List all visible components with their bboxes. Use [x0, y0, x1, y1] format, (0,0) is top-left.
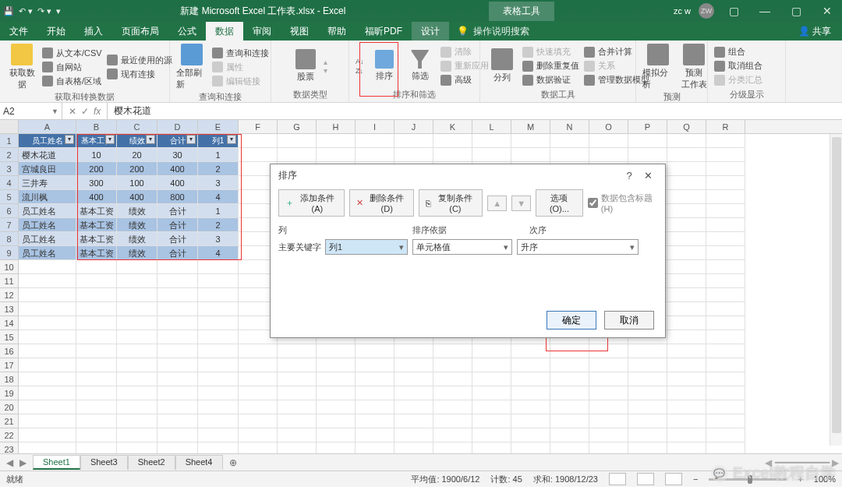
maximize-icon[interactable]: ▢: [784, 5, 808, 17]
cell[interactable]: [667, 344, 706, 358]
cell[interactable]: [76, 260, 117, 274]
refresh-all-button[interactable]: 全部刷新: [176, 44, 207, 90]
column-header[interactable]: J: [394, 120, 433, 133]
cell[interactable]: [157, 372, 198, 386]
cell[interactable]: [76, 414, 117, 428]
cell[interactable]: 基本工资: [76, 232, 117, 246]
column-header[interactable]: L: [472, 120, 511, 133]
tab-数据[interactable]: 数据: [206, 22, 243, 41]
column-header[interactable]: H: [317, 120, 356, 133]
cell[interactable]: [19, 288, 76, 302]
tab-文件[interactable]: 文件: [0, 22, 37, 41]
cell[interactable]: [511, 344, 550, 358]
cell[interactable]: [157, 386, 198, 400]
cell[interactable]: [198, 260, 239, 274]
cell[interactable]: [239, 148, 278, 162]
cell[interactable]: [628, 134, 667, 148]
cell[interactable]: [117, 316, 157, 330]
cell[interactable]: [550, 414, 589, 428]
cell[interactable]: 20: [117, 148, 157, 162]
cell[interactable]: [511, 442, 550, 453]
row-header[interactable]: 3: [0, 162, 19, 176]
cell[interactable]: 4: [198, 190, 239, 204]
cell[interactable]: [356, 358, 394, 372]
cell[interactable]: [550, 344, 589, 358]
cell[interactable]: 2: [198, 218, 239, 232]
close-icon[interactable]: ✕: [815, 5, 839, 17]
cell[interactable]: [356, 344, 394, 358]
cell[interactable]: [117, 260, 157, 274]
column-header[interactable]: Q: [667, 120, 706, 133]
cell[interactable]: 基本工资: [76, 218, 117, 232]
cell[interactable]: 3: [198, 176, 239, 190]
cell[interactable]: [117, 414, 157, 428]
cell[interactable]: [706, 358, 745, 372]
cell[interactable]: [76, 344, 117, 358]
sort-button[interactable]: 排序: [369, 44, 400, 88]
cell[interactable]: [706, 372, 745, 386]
cell[interactable]: [76, 302, 117, 316]
forecast-sheet-button[interactable]: 预测 工作表: [678, 44, 709, 90]
cell[interactable]: [394, 442, 433, 453]
cell[interactable]: [511, 148, 550, 162]
dialog-close-icon[interactable]: ✕: [639, 170, 657, 182]
cell[interactable]: [278, 344, 317, 358]
cell[interactable]: [511, 372, 550, 386]
whatif-button[interactable]: 模拟分析: [642, 44, 674, 90]
row-header[interactable]: 20: [0, 400, 19, 414]
cell[interactable]: [628, 358, 667, 372]
cell[interactable]: [278, 372, 317, 386]
row-header[interactable]: 9: [0, 246, 19, 260]
cell[interactable]: [511, 358, 550, 372]
cell[interactable]: [117, 344, 157, 358]
row-header[interactable]: 5: [0, 190, 19, 204]
cell[interactable]: [706, 442, 745, 453]
cell[interactable]: [667, 358, 706, 372]
cell[interactable]: [198, 442, 239, 453]
edit-links-button[interactable]: 编辑链接: [212, 76, 269, 87]
cell[interactable]: [317, 442, 356, 453]
cell[interactable]: [278, 386, 317, 400]
row-header[interactable]: 13: [0, 302, 19, 316]
cell[interactable]: [706, 316, 745, 330]
cell[interactable]: [472, 442, 511, 453]
sheet-tab[interactable]: Sheet4: [175, 455, 223, 470]
row-header[interactable]: 23: [0, 442, 19, 453]
column-header[interactable]: D: [157, 120, 198, 133]
data-validation-button[interactable]: 数据验证: [522, 74, 579, 86]
sheet-tab[interactable]: Sheet3: [80, 455, 128, 470]
cell[interactable]: 3: [198, 232, 239, 246]
cell[interactable]: 合计: [157, 218, 198, 232]
cell[interactable]: [19, 428, 76, 442]
cell[interactable]: [198, 288, 239, 302]
row-header[interactable]: 12: [0, 288, 19, 302]
cell[interactable]: [198, 316, 239, 330]
cell[interactable]: [550, 358, 589, 372]
cell[interactable]: [706, 134, 745, 148]
from-web-button[interactable]: 自网站: [42, 62, 102, 73]
cell[interactable]: [472, 358, 511, 372]
cell[interactable]: [628, 428, 667, 442]
cell[interactable]: [667, 386, 706, 400]
cell[interactable]: [472, 134, 511, 148]
sort-order-select[interactable]: 升序▾: [517, 239, 639, 255]
cell[interactable]: 200: [117, 162, 157, 176]
cell[interactable]: [706, 288, 745, 302]
cell[interactable]: [198, 372, 239, 386]
row-header[interactable]: 8: [0, 232, 19, 246]
cell[interactable]: [198, 274, 239, 288]
cell[interactable]: [706, 246, 745, 260]
cell[interactable]: 合计: [157, 134, 198, 148]
cell[interactable]: 10: [76, 148, 117, 162]
cell[interactable]: [239, 386, 278, 400]
add-condition-button[interactable]: ＋添加条件(A): [278, 189, 345, 217]
cell[interactable]: [19, 372, 76, 386]
properties-button[interactable]: 属性: [212, 62, 269, 73]
cell[interactable]: [667, 330, 706, 344]
cell[interactable]: 三井寿: [19, 176, 76, 190]
cell[interactable]: [394, 358, 433, 372]
cell[interactable]: [157, 442, 198, 453]
flash-fill-button[interactable]: 快速填充: [522, 46, 579, 58]
cell[interactable]: 400: [117, 190, 157, 204]
row-header[interactable]: 2: [0, 148, 19, 162]
